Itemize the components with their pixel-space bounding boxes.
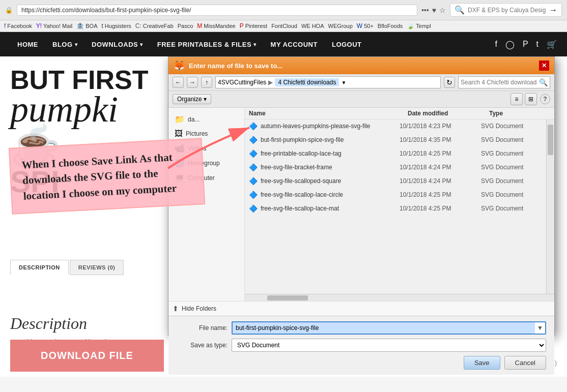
vertical-scrollbar[interactable] <box>546 119 554 294</box>
bookmark-bflofoods[interactable]: BfloFoods <box>378 23 403 29</box>
search-icon: 🔍 <box>455 5 465 15</box>
bookmark-yahoo[interactable]: Y! Yahoo! Mail <box>36 22 73 29</box>
main-content: BUT FIRST pumpki ☕ SPI 🦊 Enter name of f… <box>0 56 567 377</box>
file-date: 10/1/2018 4:24 PM <box>400 177 481 185</box>
file-svg-icon: 🔷 <box>249 122 258 130</box>
header-type[interactable]: Type <box>489 110 550 117</box>
nav-blog-dropdown[interactable]: BLOG ▾ <box>45 32 84 56</box>
organize-label: Organize <box>177 96 202 103</box>
annotation-box: When I choose Save Link As that download… <box>9 138 205 215</box>
refresh-button[interactable]: ↻ <box>444 77 455 88</box>
header-name[interactable]: Name <box>249 110 408 117</box>
browser-bar: 🔒 https://chicfetti.com/downloads/but-fi… <box>0 0 567 20</box>
bookmark-hugsisters[interactable]: t Hugsisters <box>102 22 131 29</box>
file-date: 10/1/2018 4:25 PM <box>400 205 481 212</box>
file-row[interactable]: 🔷 free-svg-file-scalloped-square 10/1/20… <box>245 174 546 188</box>
nav-free-printables-dropdown[interactable]: FREE PRINTABLES & FILES ▾ <box>150 32 264 56</box>
file-date: 10/1/2018 4:35 PM <box>400 136 481 143</box>
dialog-path-toolbar: ← → ↑ 4SVGCuttingFiles ▶ 4 Chicfetti dow… <box>168 74 554 91</box>
tab-reviews[interactable]: REVIEWS (0) <box>70 260 124 275</box>
dialog-title: Enter name of file to save to... <box>189 62 535 70</box>
organize-button[interactable]: Organize ▾ <box>173 94 211 104</box>
file-row[interactable]: 🔷 free-svg-file-scallop-lace-mat 10/1/20… <box>245 202 546 216</box>
path-separator: ▶ <box>268 79 273 86</box>
forward-button[interactable]: → <box>187 77 198 88</box>
bookmark-wehoa[interactable]: WE HOA <box>301 23 324 29</box>
nav-downloads-dropdown[interactable]: DOWNLOADS ▾ <box>84 32 150 56</box>
nav-my-account[interactable]: MY ACCOUNT <box>264 32 325 56</box>
grid-view-button[interactable]: ⊞ <box>525 93 537 105</box>
social-cart-icon[interactable]: 🛒 <box>547 40 557 49</box>
bookmark-50plus[interactable]: W 50+ <box>357 22 374 29</box>
file-svg-icon: 🔷 <box>249 136 258 144</box>
filename-input[interactable] <box>233 322 535 334</box>
file-name: free-printable-scallop-lace-tag <box>261 150 400 157</box>
file-type: SVG Document <box>481 123 542 130</box>
bookmark-boa[interactable]: 🏦 BOA <box>76 22 97 29</box>
scrollbar-thumb[interactable] <box>548 125 553 155</box>
path-dropdown-arrow[interactable]: ▼ <box>341 80 346 85</box>
bookmark-wegroup[interactable]: WEGroup <box>328 23 353 29</box>
tab-description[interactable]: DESCRIPTION <box>10 260 69 275</box>
filename-dropdown-button[interactable]: ▼ <box>535 322 545 334</box>
savetype-select[interactable]: SVG Document <box>232 339 546 352</box>
bookmark-pinterest[interactable]: P Pinterest <box>240 22 267 29</box>
star-icon[interactable]: ☆ <box>439 6 446 14</box>
social-facebook-icon[interactable]: f <box>495 40 497 49</box>
search-go-icon[interactable]: → <box>549 6 557 15</box>
file-name: free-svg-file-bracket-frame <box>261 164 400 171</box>
files-header: Name Date modified Type <box>245 108 554 119</box>
savetype-row: Save as type: SVG Document <box>177 339 546 352</box>
nav-home[interactable]: HOME <box>10 32 45 56</box>
download-button[interactable]: DOWNLOAD FILE <box>10 340 164 372</box>
social-instagram-icon[interactable]: ◯ <box>505 40 515 49</box>
dialog-close-button[interactable]: ✕ <box>539 61 549 71</box>
header-date[interactable]: Date modified <box>408 110 489 117</box>
back-button[interactable]: ← <box>173 77 184 88</box>
help-button[interactable]: ? <box>540 94 550 104</box>
file-type: SVG Document <box>481 164 542 171</box>
file-name: free-svg-file-scallop-lace-mat <box>261 205 400 212</box>
path-current[interactable]: 4 Chicfetti downloads <box>275 78 339 86</box>
nav-logout[interactable]: LOGOUT <box>325 32 369 56</box>
heart-icon[interactable]: ♥ <box>432 6 436 14</box>
url-bar[interactable]: https://chicfetti.com/downloads/but-firs… <box>17 5 417 16</box>
download-area: DOWNLOAD FILE <box>10 340 164 372</box>
hscrollbar-thumb[interactable] <box>267 295 308 300</box>
bookmark-creativefab[interactable]: C: CreativeFab <box>135 22 174 29</box>
bookmark-pasco[interactable]: Pasco <box>178 23 193 29</box>
save-button[interactable]: Save <box>464 356 500 370</box>
menu-dots-icon[interactable]: ••• <box>421 6 429 14</box>
search-input[interactable] <box>461 79 537 86</box>
files-scroll-container: 🔷 autumn-leaves-pumpkins-please-svg-file… <box>245 119 554 294</box>
cancel-button[interactable]: Cancel <box>504 356 546 370</box>
browser-search-input[interactable] <box>468 7 546 14</box>
file-svg-icon: 🔷 <box>249 149 258 158</box>
search-button-icon[interactable]: 🔍 <box>539 78 548 86</box>
hide-folders-label[interactable]: Hide Folders <box>182 305 216 312</box>
bookmark-fontcloud[interactable]: FontCloud <box>271 23 297 29</box>
file-row[interactable]: 🔷 free-printable-scallop-lace-tag 10/1/2… <box>245 147 546 161</box>
file-type: SVG Document <box>481 191 542 198</box>
sidebar-item-label: da... <box>188 116 200 123</box>
tabs-area: DESCRIPTION REVIEWS (0) <box>10 260 124 275</box>
file-row[interactable]: 🔷 but-first-pumpkin-spice-svg-file 10/1/… <box>245 133 546 147</box>
file-list-area: Name Date modified Type 🔷 autumn-leaves-… <box>245 108 554 301</box>
social-twitter-icon[interactable]: t <box>536 40 538 49</box>
social-pinterest-icon[interactable]: P <box>523 40 528 49</box>
filename-label: File name: <box>177 324 228 331</box>
file-row[interactable]: 🔷 free-svg-file-scallop-lace-circle 10/1… <box>245 188 546 202</box>
up-button[interactable]: ↑ <box>201 77 212 88</box>
bookmark-templ[interactable]: 🍃 Templ <box>407 22 431 29</box>
file-row[interactable]: 🔷 autumn-leaves-pumpkins-please-svg-file… <box>245 119 546 133</box>
horizontal-scrollbar[interactable] <box>245 294 554 301</box>
dialog-titlebar: 🦊 Enter name of file to save to... ✕ <box>168 57 554 74</box>
view-icons: ≡ ⊞ <box>511 93 537 105</box>
sidebar-item-da[interactable]: 📁 da... <box>168 112 244 127</box>
savetype-label: Save as type: <box>177 342 228 349</box>
bookmark-facebook[interactable]: f Facebook <box>4 22 32 29</box>
list-view-button[interactable]: ≡ <box>511 93 523 105</box>
site-navigation: HOME BLOG ▾ DOWNLOADS ▾ FREE PRINTABLES … <box>0 32 567 56</box>
file-row[interactable]: 🔷 free-svg-file-bracket-frame 10/1/2018 … <box>245 161 546 174</box>
bookmark-missmandee[interactable]: M MissMandee <box>197 22 235 29</box>
